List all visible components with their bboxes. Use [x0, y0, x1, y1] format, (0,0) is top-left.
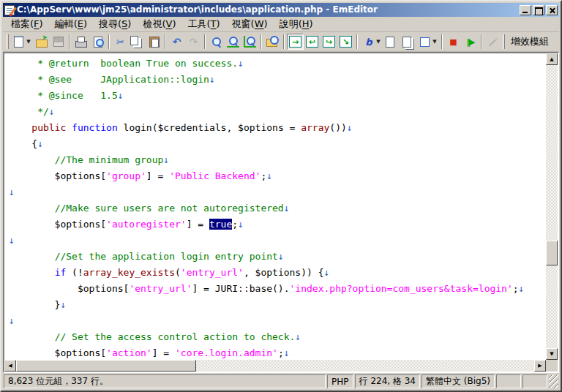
scroll-left-arrow-icon[interactable]: ◀ — [4, 360, 16, 372]
dropdown-arrow-icon[interactable]: ▼ — [432, 39, 436, 45]
menu-item-search[interactable]: 搜尋(S) — [94, 16, 136, 32]
line-break-mark: ↓ — [9, 315, 15, 326]
code-segment: array — [301, 122, 329, 133]
redo-icon: ↷ — [187, 36, 200, 48]
find-next-button[interactable] — [225, 34, 241, 50]
wrap-by-characters-button[interactable]: ↩ — [304, 34, 321, 50]
menu-item-file[interactable]: 檔案(F) — [6, 16, 48, 32]
run-icon: ‖▶ — [464, 36, 476, 48]
titlebar[interactable]: C:\AppServ\www\jm25\administrator\includ… — [3, 3, 559, 17]
wrap-by-window-button[interactable]: ↪ — [321, 34, 337, 50]
horizontal-scrollbar[interactable]: ◀ ▶ — [4, 360, 546, 372]
no-wrap-icon: → — [289, 36, 301, 48]
pin-icon — [487, 36, 499, 48]
dropdown-arrow-icon[interactable]: ▼ — [376, 39, 380, 45]
paste-icon — [148, 36, 160, 48]
pin-button — [484, 34, 501, 50]
menu-item-edit[interactable]: 編輯(E) — [50, 16, 92, 32]
menu-item-tools[interactable]: 工具(T) — [183, 16, 225, 32]
code-segment: * @return boolean True on success. — [9, 58, 238, 69]
code-segment: // Set the access control action to chec… — [55, 331, 296, 342]
folder-open-icon — [35, 36, 48, 48]
horizontal-scroll-thumb[interactable] — [16, 360, 196, 372]
line-break-mark: ↓ — [324, 267, 330, 278]
copy-button[interactable] — [129, 34, 146, 50]
statusbar: 8,623 位元組，337 行。 PHP行 224, 格 34繁體中文 (Big… — [3, 373, 559, 389]
copy-icon — [131, 36, 143, 48]
code-line: * @since 1.5↓ — [9, 88, 546, 104]
code-segment — [9, 203, 55, 214]
code-segment: public — [31, 122, 66, 133]
code-segment: $options[ — [9, 347, 106, 358]
run-macro-button[interactable]: ‖▶ — [462, 34, 479, 50]
code-segment — [9, 267, 55, 278]
plugins-toolbar-grip[interactable] — [503, 34, 505, 49]
code-line: * @return boolean True on success.↓ — [9, 56, 546, 72]
code-segment: { — [9, 138, 37, 149]
toolbar-separator — [108, 34, 110, 49]
page-magnifier-icon — [91, 36, 104, 48]
code-line: //The minimum group↓ — [9, 152, 546, 168]
code-segment — [66, 122, 72, 133]
code-segment: ] = JURI::base(). — [192, 283, 289, 294]
paste-button[interactable] — [146, 34, 162, 50]
resize-grip[interactable] — [549, 374, 558, 388]
code-segment: 'entry_url' — [181, 267, 244, 278]
new-document-button[interactable]: ▼ — [10, 34, 33, 50]
find-in-files-button[interactable] — [264, 34, 281, 50]
line-break-mark: ↓ — [238, 219, 244, 230]
stop-macro-button[interactable]: ■ — [445, 34, 462, 50]
plugins-toolbar-label: 增效模組 — [508, 34, 552, 50]
menu-item-help[interactable]: 說明(H) — [274, 16, 318, 32]
find-previous-button[interactable] — [241, 34, 258, 50]
code-segment: 'entry_url' — [129, 283, 192, 294]
code-area[interactable]: * @return boolean True on success.↓ * @s… — [4, 53, 546, 360]
editor-region: * @return boolean True on success.↓ * @s… — [3, 52, 559, 373]
check-document-button[interactable]: ✓ — [383, 34, 400, 50]
menu-item-view[interactable]: 檢視(V) — [138, 16, 181, 32]
code-line: $options['action'] = 'core.login.admin';… — [9, 345, 546, 360]
wrap-characters-icon: ↩ — [306, 36, 318, 48]
menu-item-window[interactable]: 視窗(W) — [227, 16, 273, 32]
scroll-down-arrow-icon[interactable]: ▼ — [546, 348, 558, 360]
cut-button[interactable]: ✂ — [112, 34, 129, 50]
dropdown-arrow-icon[interactable]: ▼ — [26, 39, 30, 45]
line-break-mark: ↓ — [347, 122, 353, 133]
wrap-by-page-button[interactable]: ↘ — [337, 34, 354, 50]
line-break-mark: ↓ — [9, 235, 15, 246]
print-button[interactable] — [72, 34, 89, 50]
undo-icon: ↶ — [171, 36, 183, 48]
toolbar-grip[interactable] — [7, 34, 9, 49]
line-break-mark: ↓ — [266, 170, 272, 181]
code-line: $options['group'] = 'Public Backend';↓ — [9, 168, 546, 184]
maximize-button[interactable] — [533, 5, 544, 15]
close-button[interactable] — [546, 5, 558, 15]
web-preview-button[interactable]: b▼ — [360, 34, 383, 50]
line-break-mark: ↓ — [295, 331, 301, 342]
check-all-documents-button[interactable]: ✓ — [400, 34, 416, 50]
code-segment — [9, 122, 31, 133]
vertical-scroll-thumb[interactable] — [546, 241, 558, 265]
stop-icon: ■ — [447, 36, 460, 48]
show-marks-button[interactable]: ✓▼ — [416, 34, 439, 50]
redo-button: ↷ — [185, 34, 202, 50]
check-documents-icon: ✓ — [402, 36, 414, 48]
find-button[interactable] — [208, 34, 225, 50]
folder-magnifier-icon — [266, 36, 279, 48]
magnifier-next-icon — [227, 36, 239, 48]
code-segment: ; — [232, 219, 238, 230]
line-break-mark: ↓ — [284, 347, 290, 358]
minimize-button[interactable] — [520, 5, 531, 15]
print-preview-button[interactable] — [89, 34, 106, 50]
scroll-right-arrow-icon[interactable]: ▶ — [534, 360, 546, 372]
undo-button[interactable]: ↶ — [168, 34, 185, 50]
code-line: * @see JApplication::login↓ — [9, 72, 546, 88]
code-line: $options['autoregister'] = true;↓ — [9, 216, 546, 233]
code-segment: if — [55, 267, 67, 278]
vertical-scrollbar[interactable]: ▲ ▼ — [546, 53, 558, 360]
scroll-up-arrow-icon[interactable]: ▲ — [546, 53, 558, 65]
open-file-button[interactable] — [33, 34, 50, 50]
code-line: public function login($credentials, $opt… — [9, 120, 546, 136]
no-wrap-button[interactable]: → — [287, 34, 304, 50]
line-break-mark: ↓ — [118, 90, 124, 101]
